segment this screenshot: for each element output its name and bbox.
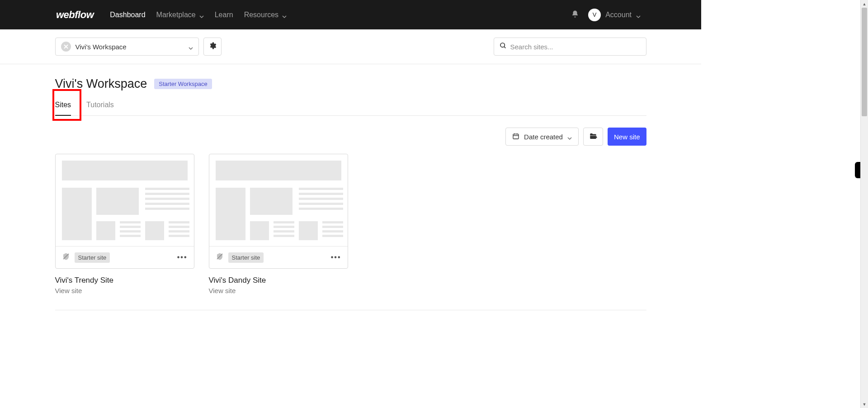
search-icon — [500, 42, 507, 51]
workspace-selector[interactable]: Vivi's Workspace — [55, 38, 199, 56]
site-status-badge: Starter site — [228, 252, 264, 263]
view-site-link[interactable]: View site — [55, 287, 194, 294]
side-widget-tab[interactable] — [855, 162, 860, 178]
nav-learn[interactable]: Learn — [215, 11, 233, 19]
logo: webflow — [56, 9, 94, 21]
scroll-down-arrow[interactable]: ▼ — [861, 400, 868, 408]
workspace-icon — [61, 42, 71, 52]
page-title: Vivi's Workspace — [55, 77, 147, 91]
nav-marketplace-label: Marketplace — [156, 11, 196, 19]
avatar: V — [588, 9, 601, 21]
add-folder-button[interactable]: + — [583, 128, 603, 146]
sort-label: Date created — [524, 133, 563, 141]
sort-button[interactable]: Date created — [505, 128, 579, 146]
chevron-down-icon — [282, 13, 287, 17]
calendar-icon — [512, 133, 519, 141]
site-thumbnail — [209, 154, 348, 247]
new-site-button[interactable]: New site — [608, 128, 646, 146]
site-cards: Starter site ••• Vivi's Trendy Site View… — [55, 154, 646, 294]
gear-icon — [208, 42, 217, 52]
svg-point-0 — [500, 43, 505, 47]
nav-dashboard[interactable]: Dashboard — [110, 11, 145, 19]
site-card-box[interactable]: Starter site ••• — [209, 154, 348, 269]
site-title[interactable]: Vivi's Dandy Site — [209, 276, 348, 285]
chevron-down-icon — [567, 134, 572, 139]
scrollbar[interactable]: ▲ ▼ — [860, 0, 868, 408]
account-label: Account — [605, 11, 632, 19]
toolbar: Date created + New site — [55, 128, 646, 146]
workspace-settings-button[interactable] — [203, 38, 222, 56]
svg-line-1 — [504, 47, 505, 48]
bell-icon[interactable] — [571, 10, 579, 20]
subheader: Vivi's Workspace — [0, 29, 701, 64]
svg-text:+: + — [595, 135, 597, 139]
scroll-up-arrow[interactable]: ▲ — [861, 0, 868, 8]
nav-marketplace[interactable]: Marketplace — [156, 11, 204, 19]
site-title[interactable]: Vivi's Trendy Site — [55, 276, 194, 285]
folder-plus-icon: + — [589, 132, 597, 142]
site-card: Starter site ••• Vivi's Trendy Site View… — [55, 154, 194, 294]
main-content: Vivi's Workspace Starter Workspace Sites… — [55, 64, 646, 310]
nav-resources-label: Resources — [244, 11, 278, 19]
svg-rect-2 — [513, 134, 519, 139]
site-menu-button[interactable]: ••• — [331, 253, 341, 261]
chevron-down-icon — [199, 13, 204, 17]
nav-resources[interactable]: Resources — [244, 11, 287, 19]
unpublished-icon — [62, 252, 70, 262]
chevron-down-icon — [189, 44, 193, 49]
site-card: Starter site ••• Vivi's Dandy Site View … — [209, 154, 348, 294]
site-thumbnail — [56, 154, 194, 247]
site-card-box[interactable]: Starter site ••• — [55, 154, 194, 269]
account-menu[interactable]: V Account — [588, 9, 641, 21]
tab-sites[interactable]: Sites — [55, 101, 71, 115]
workspace-plan-badge: Starter Workspace — [154, 79, 212, 89]
chevron-down-icon — [636, 13, 641, 17]
search-input[interactable] — [510, 43, 641, 51]
tabs: Sites Tutorials — [55, 101, 646, 116]
search-box[interactable] — [494, 38, 646, 56]
top-nav: webflow Dashboard Marketplace Learn Reso… — [0, 0, 701, 29]
site-menu-button[interactable]: ••• — [177, 253, 188, 261]
tab-tutorials[interactable]: Tutorials — [86, 101, 114, 115]
site-status-badge: Starter site — [75, 252, 110, 263]
scroll-thumb[interactable] — [862, 8, 867, 116]
workspace-name: Vivi's Workspace — [75, 43, 127, 51]
view-site-link[interactable]: View site — [209, 287, 348, 294]
unpublished-icon — [216, 252, 224, 262]
